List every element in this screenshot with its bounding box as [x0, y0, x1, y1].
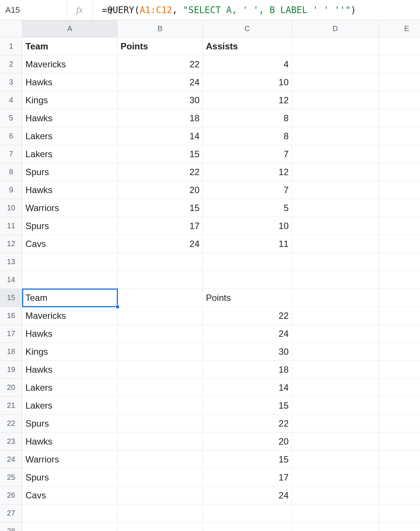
cell-D26[interactable] [292, 486, 379, 504]
cell-C6[interactable]: 8 [203, 127, 292, 145]
cell-D18[interactable] [292, 343, 379, 361]
cell-D10[interactable] [292, 199, 379, 217]
row-header-27[interactable]: 27 [0, 504, 22, 522]
cell-D28[interactable] [292, 522, 379, 531]
cell-C15[interactable]: Points [203, 289, 292, 307]
cell-E14[interactable] [379, 271, 420, 289]
cell-E19[interactable] [379, 361, 420, 379]
cell-B24[interactable] [118, 451, 203, 469]
cell-E8[interactable] [379, 163, 420, 181]
cell-D11[interactable] [292, 217, 379, 235]
cell-D19[interactable] [292, 361, 379, 379]
cell-A19[interactable]: Hawks [22, 361, 118, 379]
column-header-C[interactable]: C [203, 20, 292, 37]
cell-B22[interactable] [118, 415, 203, 433]
row-header-23[interactable]: 23 [0, 433, 22, 451]
cell-E25[interactable] [379, 469, 420, 486]
row-header-7[interactable]: 7 [0, 145, 22, 163]
cell-E13[interactable] [379, 253, 420, 271]
cell-C19[interactable]: 18 [203, 361, 292, 379]
cell-D2[interactable] [292, 55, 379, 73]
cell-B12[interactable]: 24 [118, 235, 203, 253]
cell-A1[interactable]: Team [22, 37, 118, 55]
row-header-17[interactable]: 17 [0, 325, 22, 343]
cell-E5[interactable] [379, 109, 420, 127]
formula-input[interactable]: =QUERY(A1:C12, "SELECT A, ' ', B LABEL '… [93, 5, 420, 15]
cell-A20[interactable]: Lakers [22, 379, 118, 397]
row-header-4[interactable]: 4 [0, 91, 22, 109]
cell-B23[interactable] [118, 433, 203, 451]
cell-E10[interactable] [379, 199, 420, 217]
cell-C17[interactable]: 24 [203, 325, 292, 343]
row-header-12[interactable]: 12 [0, 235, 22, 253]
column-header-D[interactable]: D [292, 20, 379, 37]
cell-C13[interactable] [203, 253, 292, 271]
cell-D25[interactable] [292, 469, 379, 486]
cell-E22[interactable] [379, 415, 420, 433]
cell-A14[interactable] [22, 271, 118, 289]
cell-A5[interactable]: Hawks [22, 109, 118, 127]
cell-B26[interactable] [118, 486, 203, 504]
cell-C9[interactable]: 7 [203, 181, 292, 199]
cell-C3[interactable]: 10 [203, 73, 292, 91]
cell-C16[interactable]: 22 [203, 307, 292, 325]
cell-E26[interactable] [379, 486, 420, 504]
cell-C27[interactable] [203, 504, 292, 522]
row-header-28[interactable]: 28 [0, 522, 22, 531]
cell-A21[interactable]: Lakers [22, 397, 118, 415]
row-header-22[interactable]: 22 [0, 415, 22, 433]
cell-C2[interactable]: 4 [203, 55, 292, 73]
cell-A24[interactable]: Warriors [22, 451, 118, 469]
cell-A11[interactable]: Spurs [22, 217, 118, 235]
row-header-6[interactable]: 6 [0, 127, 22, 145]
row-header-2[interactable]: 2 [0, 55, 22, 73]
cell-A6[interactable]: Lakers [22, 127, 118, 145]
row-header-8[interactable]: 8 [0, 163, 22, 181]
cell-A7[interactable]: Lakers [22, 145, 118, 163]
cell-D9[interactable] [292, 181, 379, 199]
cell-A28[interactable] [22, 522, 118, 531]
cell-A26[interactable]: Cavs [22, 486, 118, 504]
cell-D17[interactable] [292, 325, 379, 343]
cell-E18[interactable] [379, 343, 420, 361]
cell-D14[interactable] [292, 271, 379, 289]
cell-B18[interactable] [118, 343, 203, 361]
cell-C7[interactable]: 7 [203, 145, 292, 163]
cell-B9[interactable]: 20 [118, 181, 203, 199]
cell-B20[interactable] [118, 379, 203, 397]
cell-E1[interactable] [379, 37, 420, 55]
cell-D20[interactable] [292, 379, 379, 397]
row-header-5[interactable]: 5 [0, 109, 22, 127]
cell-B6[interactable]: 14 [118, 127, 203, 145]
cell-E17[interactable] [379, 325, 420, 343]
cell-E15[interactable] [379, 289, 420, 307]
column-header-E[interactable]: E [379, 20, 420, 37]
cell-E16[interactable] [379, 307, 420, 325]
cell-D21[interactable] [292, 397, 379, 415]
cell-D8[interactable] [292, 163, 379, 181]
cell-D23[interactable] [292, 433, 379, 451]
row-header-24[interactable]: 24 [0, 451, 22, 469]
cell-B15[interactable] [118, 289, 203, 307]
cell-D3[interactable] [292, 73, 379, 91]
cell-B27[interactable] [118, 504, 203, 522]
row-header-26[interactable]: 26 [0, 486, 22, 504]
cell-B21[interactable] [118, 397, 203, 415]
cell-C12[interactable]: 11 [203, 235, 292, 253]
cell-A22[interactable]: Spurs [22, 415, 118, 433]
cell-B16[interactable] [118, 307, 203, 325]
cell-D7[interactable] [292, 145, 379, 163]
row-header-16[interactable]: 16 [0, 307, 22, 325]
cell-B19[interactable] [118, 361, 203, 379]
cell-A25[interactable]: Spurs [22, 469, 118, 486]
column-header-A[interactable]: A [22, 20, 118, 37]
cell-B11[interactable]: 17 [118, 217, 203, 235]
cell-B13[interactable] [118, 253, 203, 271]
cell-C28[interactable] [203, 522, 292, 531]
row-header-1[interactable]: 1 [0, 37, 22, 55]
cell-A15[interactable]: Team [22, 289, 118, 307]
cell-A8[interactable]: Spurs [22, 163, 118, 181]
cell-E23[interactable] [379, 433, 420, 451]
cell-A10[interactable]: Warriors [22, 199, 118, 217]
cell-C8[interactable]: 12 [203, 163, 292, 181]
